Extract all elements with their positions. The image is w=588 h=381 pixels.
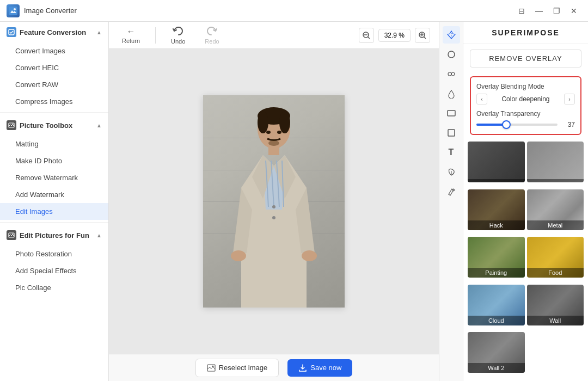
- sidebar-item-matting[interactable]: Matting: [0, 136, 108, 152]
- minimize-btn[interactable]: —: [531, 4, 547, 17]
- blending-mode-row: ‹ Color deepening ›: [476, 94, 575, 105]
- return-button[interactable]: ← Return: [118, 24, 144, 46]
- transparency-slider[interactable]: [476, 124, 558, 126]
- texture-label-cloud: Cloud: [468, 316, 525, 325]
- content-area: ← Return Undo: [109, 22, 439, 381]
- transparency-label: Overlay Transparency: [476, 110, 575, 118]
- blending-prev-btn[interactable]: ‹: [476, 94, 487, 105]
- window-controls: ⊟ — ❐ ✕: [514, 4, 581, 17]
- title-bar: Image Converter ⊟ — ❐ ✕: [0, 0, 588, 22]
- text-tool[interactable]: T: [443, 144, 460, 161]
- texture-item-gray1[interactable]: [527, 142, 584, 182]
- tool-strip: T: [439, 22, 463, 381]
- texture-item-cloud[interactable]: Cloud: [468, 285, 525, 325]
- transparency-row: 37: [476, 121, 575, 128]
- close-btn[interactable]: ✕: [566, 4, 581, 17]
- texture-item-metal[interactable]: Metal: [527, 189, 584, 230]
- svg-point-34: [448, 72, 451, 76]
- svg-point-4: [13, 124, 14, 125]
- svg-point-27: [268, 140, 279, 146]
- slider-track: [476, 124, 558, 126]
- texture-item-food[interactable]: Food: [527, 237, 584, 278]
- svg-point-26: [302, 250, 317, 261]
- slider-thumb[interactable]: [502, 120, 511, 129]
- texture-label-food: Food: [527, 268, 584, 278]
- app-icon: [7, 4, 20, 17]
- feature-conversion-icon: [7, 27, 16, 37]
- sidebar-item-compress-images[interactable]: Compress Images: [0, 93, 108, 110]
- texture-item-hack[interactable]: Hack: [468, 189, 525, 230]
- svg-point-25: [231, 250, 246, 261]
- pin-tool[interactable]: [443, 26, 460, 44]
- sidebar-item-convert-heic[interactable]: Convert HEIC: [0, 59, 108, 76]
- title-bar-left: Image Converter: [7, 4, 77, 17]
- edit-pictures-label: Edit Pictures for Fun: [20, 231, 89, 239]
- edit-pictures-chevron: ▲: [96, 232, 102, 238]
- sidebar-section-feature-conversion[interactable]: Feature Conversion ▲: [0, 22, 108, 42]
- sidebar-section-edit-pictures[interactable]: Edit Pictures for Fun ▲: [0, 225, 108, 245]
- sidebar-item-edit-images[interactable]: Edit Images: [0, 203, 108, 220]
- app-title: Image Converter: [24, 7, 77, 15]
- save-now-button[interactable]: Save now: [287, 359, 352, 377]
- sidebar-item-convert-images[interactable]: Convert Images: [0, 42, 108, 59]
- overlay-settings: Overlay Blending Mode ‹ Color deepening …: [470, 76, 581, 135]
- blending-mode-label: Overlay Blending Mode: [476, 83, 575, 90]
- texture-item-wall2[interactable]: Wall 2: [468, 332, 525, 373]
- superimpose-title: SUPERIMPOSE: [463, 22, 588, 44]
- reselect-image-button[interactable]: Reselect image: [195, 359, 279, 377]
- texture-label-metal: Metal: [527, 220, 584, 230]
- sidebar-item-convert-raw[interactable]: Convert RAW: [0, 76, 108, 93]
- sidebar-divider-1: [0, 112, 108, 113]
- svg-point-17: [279, 112, 290, 133]
- svg-point-16: [258, 112, 268, 133]
- svg-point-29: [277, 131, 281, 134]
- svg-point-1: [14, 8, 16, 10]
- undo-button[interactable]: Undo: [167, 24, 189, 47]
- svg-rect-37: [448, 130, 455, 136]
- return-label: Return: [122, 38, 140, 44]
- redo-button[interactable]: Redo: [200, 24, 223, 47]
- transparency-value: 37: [562, 121, 575, 128]
- sidebar-divider-2: [0, 222, 108, 223]
- svg-point-31: [212, 365, 213, 367]
- sidebar-section-picture-toolbox[interactable]: Picture Toolbox ▲: [0, 115, 108, 136]
- canvas-area: [109, 49, 439, 354]
- texture-item-wall[interactable]: Wall: [527, 285, 584, 325]
- bottom-bar: Reselect image Save now: [109, 354, 439, 381]
- leaf-tool[interactable]: [443, 163, 460, 181]
- sidebar-item-add-watermark[interactable]: Add Watermark: [0, 186, 108, 203]
- square-tool[interactable]: [443, 124, 460, 142]
- drop-tool[interactable]: [443, 85, 460, 102]
- svg-line-8: [367, 36, 370, 39]
- extra-btn[interactable]: ⊟: [514, 4, 529, 17]
- zoom-out-btn[interactable]: [359, 28, 374, 43]
- image-placeholder: [203, 95, 345, 308]
- sidebar-item-pic-collage[interactable]: Pic Collage: [0, 279, 108, 296]
- svg-point-33: [448, 51, 455, 58]
- paint-tool[interactable]: [443, 183, 460, 200]
- remove-overlay-button[interactable]: REMOVE OVERLAY: [470, 50, 581, 67]
- texture-label-gray1: [527, 179, 584, 182]
- circle-tool[interactable]: [443, 46, 460, 63]
- texture-label-hack: Hack: [468, 220, 525, 230]
- sidebar-item-add-special-effects[interactable]: Add Special Effects: [0, 262, 108, 279]
- sidebar-item-make-id-photo[interactable]: Make ID Photo: [0, 152, 108, 169]
- texture-item-dark1[interactable]: [468, 142, 525, 182]
- toolbar-right: 32.9 %: [359, 28, 430, 43]
- sidebar-item-photo-restoration[interactable]: Photo Restoration: [0, 245, 108, 262]
- rect-outline-tool[interactable]: [443, 105, 460, 122]
- svg-point-6: [13, 233, 14, 235]
- toolbar: ← Return Undo: [109, 22, 439, 49]
- restore-btn[interactable]: ❐: [549, 4, 564, 17]
- zoom-value: 32.9 %: [378, 29, 411, 42]
- reselect-label: Reselect image: [219, 364, 268, 372]
- picture-toolbox-label: Picture Toolbox: [20, 121, 72, 130]
- texture-item-painting[interactable]: Painting: [468, 237, 525, 278]
- svg-rect-0: [9, 7, 17, 15]
- sidebar-item-remove-watermark[interactable]: Remove Watermark: [0, 169, 108, 186]
- blending-next-btn[interactable]: ›: [564, 94, 575, 105]
- zoom-in-btn[interactable]: [415, 28, 430, 43]
- redo-label: Redo: [205, 38, 219, 45]
- circles-tool[interactable]: [443, 65, 460, 83]
- picture-toolbox-icon: [7, 120, 16, 130]
